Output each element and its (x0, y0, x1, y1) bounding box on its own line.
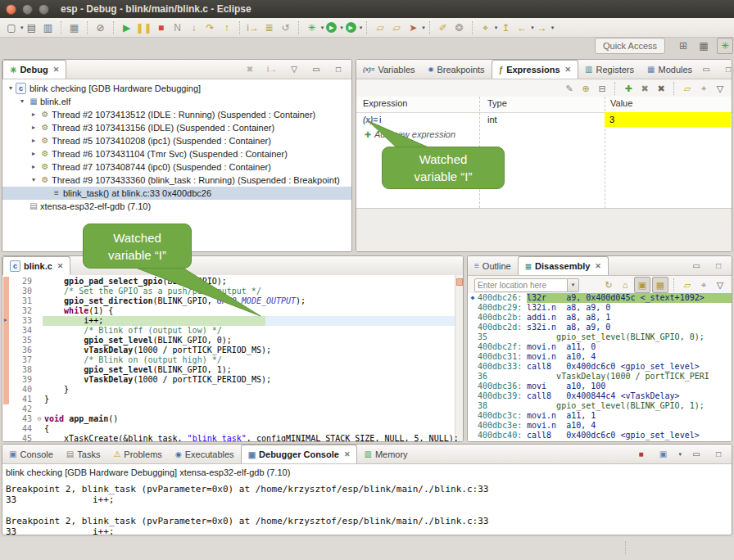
tree-expander-icon[interactable]: ▸ (29, 108, 39, 121)
disassembly-instruction-line[interactable]: 400dbc36:movi a10, 100 (468, 382, 732, 391)
new-dropdown-icon[interactable]: ▾ (20, 25, 24, 31)
debug-tree-item[interactable]: ≡blink_task() at blink.c:33 0x400dbc26 (2, 187, 351, 200)
back-icon[interactable]: ← (514, 20, 529, 35)
build-icon[interactable]: ▦ (67, 20, 82, 35)
view-menu-icon[interactable]: ▽ (287, 62, 301, 77)
collapse-all-icon[interactable]: ⊟ (595, 81, 609, 96)
tab-executables[interactable]: ◉ Executables (169, 445, 241, 463)
refresh-icon[interactable]: ↻ (601, 278, 616, 292)
tab-memory[interactable]: ▥ Memory (357, 445, 414, 463)
remove-all-terminated-icon[interactable]: ✖ (242, 62, 257, 77)
view-menu-icon[interactable]: ▽ (713, 81, 727, 96)
code-line[interactable]: 41} (2, 395, 455, 404)
minimize-icon[interactable]: ▭ (699, 62, 714, 77)
annotation-gutter[interactable] (2, 375, 14, 385)
fold-marker-icon[interactable]: ⊖ (34, 414, 44, 424)
code-line[interactable]: 43⊖void app_main() (2, 414, 455, 424)
breakpoint-gutter[interactable]: ➤ (2, 316, 14, 326)
debug-tree-item[interactable]: ▾▦blink.elf (2, 95, 351, 108)
flash-to-device-icon[interactable]: ➤ (406, 20, 420, 35)
code-line[interactable]: 45 xTaskCreate(&blink_task, "blink_task"… (2, 434, 455, 441)
save-icon[interactable]: ▤ (25, 20, 39, 35)
annotation-gutter[interactable] (2, 424, 14, 434)
pin-view-icon[interactable]: ⌖ (696, 278, 711, 292)
debug-dropdown-icon[interactable]: ▾ (321, 25, 324, 31)
annotation-gutter[interactable] (2, 414, 14, 424)
debug-tree-item[interactable]: ▸⚙Thread #5 1073410208 (ipc1) (Suspended… (2, 134, 351, 147)
tree-expander-icon[interactable]: ▸ (29, 147, 39, 160)
debug-tree-item[interactable]: ▸⚙Thread #7 1073408744 (ipc0) (Suspended… (2, 160, 351, 174)
code-line[interactable]: 39 vTaskDelay(1000 / portTICK_PERIOD_MS)… (2, 375, 455, 385)
remove-all-expressions-icon[interactable]: ✖ (654, 81, 668, 96)
pin-editor-dropdown-icon[interactable]: ▾ (495, 25, 498, 31)
open-folder-icon[interactable]: ▱ (373, 20, 387, 35)
tab-modules[interactable]: ▦ Modules (641, 60, 699, 79)
tab-outline[interactable]: ≡ Outline (468, 256, 518, 275)
track-expression-icon[interactable]: ▦ (652, 277, 668, 293)
home-icon[interactable]: ⌂ (618, 278, 632, 292)
remove-expression-icon[interactable]: ✖ (637, 81, 652, 96)
display-selected-console-icon[interactable]: ▣ (655, 447, 670, 462)
annotation-gutter[interactable] (2, 395, 14, 404)
debug-perspective-icon[interactable]: ✳ (717, 38, 733, 54)
show-type-names-icon[interactable]: ✎ (562, 81, 577, 96)
window-close-button[interactable] (6, 4, 16, 15)
view-menu-icon[interactable]: ▽ (713, 278, 727, 292)
minimize-icon[interactable]: ▭ (689, 447, 704, 462)
annotation-gutter[interactable] (2, 336, 14, 345)
annotation-gutter[interactable] (2, 434, 14, 441)
pin-editor-icon[interactable]: ⌖ (478, 20, 493, 35)
code-line[interactable]: 38 gpio_set_level(BLINK_GPIO, 1); (2, 365, 455, 375)
disassembly-instruction-line[interactable]: 400dbc39:call8 0x400844c4 <vTaskDelay> (468, 391, 732, 401)
disassembly-instruction-line[interactable]: 400dbc2d:s32i.n a8, a9, 0 (468, 323, 732, 332)
annotation-gutter[interactable] (2, 306, 14, 316)
disassembly-listing[interactable]: ◆400dbc26:l32r a9, 0x400d045c <_stext+10… (468, 293, 732, 441)
tree-expander-icon[interactable]: ▾ (6, 82, 16, 95)
debug-tree-item[interactable]: ▸⚙Thread #2 1073413512 (IDLE : Running) … (2, 108, 351, 121)
location-input[interactable]: Enter location here (474, 278, 568, 292)
external-tools-dropdown-icon[interactable]: ▾ (360, 25, 363, 31)
run-icon[interactable]: ▶ (326, 22, 337, 33)
forward-icon[interactable]: → (535, 20, 550, 35)
disassembly-instruction-line[interactable]: 400dbc2b:addi.n a8, a8, 1 (468, 313, 732, 323)
external-tools-icon[interactable]: ▶ (346, 22, 356, 33)
tab-console[interactable]: ▣ Console (2, 445, 60, 463)
minimize-icon[interactable]: ▭ (309, 62, 324, 77)
tab-problems[interactable]: ⚠ Problems (106, 445, 168, 463)
column-type[interactable]: Type (487, 98, 507, 108)
column-expression[interactable]: Expression (363, 98, 407, 108)
annotation-gutter[interactable] (2, 385, 14, 395)
new-view-icon[interactable]: ▱ (680, 278, 695, 292)
cpp-perspective-icon[interactable]: ▦ (696, 38, 711, 53)
maximize-icon[interactable]: □ (711, 447, 726, 462)
close-icon[interactable]: ✕ (53, 65, 60, 74)
reverse-debugging-icon[interactable]: ↺ (279, 20, 293, 35)
close-icon[interactable]: ✕ (565, 65, 572, 74)
expressions-detail-pane[interactable] (356, 208, 732, 251)
disassembly-source-line[interactable]: 35 gpio_set_level(BLINK_GPIO, 0); (468, 332, 732, 342)
display-selected-console-dropdown-icon[interactable]: ▾ (678, 451, 682, 458)
tab-disassembly[interactable]: ≣ Disassembly ✕ (518, 256, 609, 275)
debug-tree-item[interactable]: ▾⚙Thread #9 1073433360 (blink_task : Run… (2, 174, 351, 187)
disassembly-source-line[interactable]: 38 gpio_set_level(BLINK_GPIO, 1); (468, 401, 732, 411)
step-into-icon[interactable]: ↓ (187, 20, 202, 35)
close-icon[interactable]: ✕ (344, 450, 351, 458)
close-icon[interactable]: ✕ (57, 262, 64, 270)
disconnect-icon[interactable]: N (170, 20, 185, 35)
new-view-icon[interactable]: ▱ (680, 81, 695, 96)
last-edit-location-icon[interactable]: ↥ (498, 20, 513, 35)
debug-tree-item[interactable]: ▸⚙Thread #3 1073413156 (IDLE) (Suspended… (2, 121, 351, 134)
new-icon[interactable]: ▢ (4, 20, 19, 35)
annotation-gutter[interactable] (2, 365, 14, 375)
clean-icon[interactable]: ❂ (452, 20, 467, 35)
instruction-stepping-mode-icon[interactable]: i→ (265, 62, 279, 77)
code-line[interactable]: 36 vTaskDelay(1000 / portTICK_PERIOD_MS)… (2, 345, 455, 355)
overview-ruler[interactable] (455, 275, 463, 441)
code-line[interactable]: 44{ (2, 424, 455, 434)
disassembly-instruction-line[interactable]: 400dbc2f:movi.n a11, 0 (468, 342, 732, 352)
disassembly-instruction-line[interactable]: 400dbc31:movi.n a10, 4 (468, 352, 732, 362)
suspend-icon[interactable]: ❚❚ (136, 20, 152, 35)
code-line[interactable]: 35 gpio_set_level(BLINK_GPIO, 0); (2, 336, 455, 345)
annotation-gutter[interactable] (2, 345, 14, 355)
disassembly-instruction-line[interactable]: 400dbc3e:movi.n a10, 4 (468, 421, 732, 431)
